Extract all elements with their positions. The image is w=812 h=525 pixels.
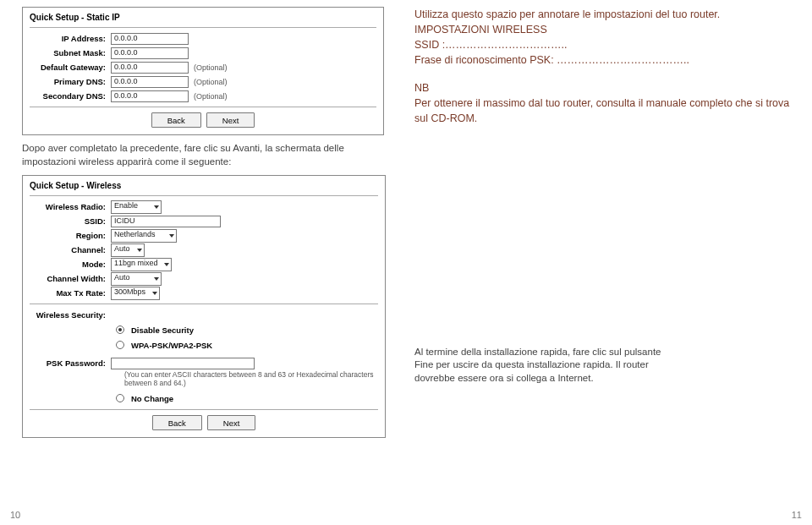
right-column: Utilizza questo spazio per annotare le i… — [399, 0, 812, 525]
dns1-input[interactable]: 0.0.0.0 — [111, 76, 189, 88]
ssid-fill-line: SSID :…………………………….. — [414, 37, 790, 52]
chwidth-select[interactable]: Auto — [111, 272, 162, 286]
next-button[interactable]: Next — [207, 415, 256, 430]
dns2-input[interactable]: 0.0.0.0 — [111, 90, 189, 102]
ssid-label: SSID: — [30, 216, 111, 226]
divider — [30, 27, 376, 28]
divider — [30, 107, 376, 107]
region-label: Region: — [30, 231, 111, 240]
row-chwidth: Channel Width: Auto — [30, 271, 378, 286]
mask-input[interactable]: 0.0.0.0 — [111, 47, 189, 59]
mask-label: Subnet Mask: — [30, 48, 111, 57]
channel-select[interactable]: Auto — [111, 243, 145, 257]
mode-select[interactable]: 11bgn mixed — [111, 258, 172, 271]
next-button[interactable]: Next — [206, 112, 255, 128]
page-number-left: 10 — [10, 510, 20, 520]
radio-disable-label: Disable Security — [131, 325, 194, 335]
row-sec-nochange: No Change — [30, 391, 378, 406]
ssid-input[interactable]: ICIDU — [111, 216, 221, 227]
psk-fill-line: Frase di riconoscimento PSK: ……………………………… — [414, 52, 790, 68]
back-button[interactable]: Back — [152, 415, 202, 430]
page: Quick Setup - Static IP IP Address: 0.0.… — [0, 0, 812, 525]
static-ip-panel: Quick Setup - Static IP IP Address: 0.0.… — [22, 7, 384, 135]
gateway-optional: (Optional) — [194, 63, 228, 72]
row-wireless-radio: Wireless Radio: Enable — [30, 200, 378, 214]
divider — [30, 409, 378, 410]
row-security-label: Wireless Security: — [30, 308, 378, 322]
mode-label: Mode: — [30, 260, 111, 269]
ip-label: IP Address: — [30, 34, 111, 43]
annotate-intro: Utilizza questo spazio per annotare le i… — [414, 7, 790, 22]
row-ip: IP Address: 0.0.0.0 — [30, 31, 376, 46]
wireless-radio-select[interactable]: Enable — [111, 200, 162, 214]
wireless-title: Quick Setup - Wireless — [30, 181, 378, 190]
nb-title: NB — [414, 80, 790, 96]
row-sec-wpa: WPA-PSK/WPA2-PSK — [30, 337, 378, 353]
channel-label: Channel: — [30, 245, 111, 254]
row-ssid: SSID: ICIDU — [30, 214, 378, 228]
divider — [30, 304, 378, 304]
radio-disable-security[interactable] — [116, 325, 124, 334]
psk-input[interactable] — [111, 358, 255, 369]
radio-wpa[interactable] — [116, 341, 124, 349]
nb-block: NB Per ottenere il massimo dal tuo route… — [414, 80, 790, 126]
row-gateway: Default Gateway: 0.0.0.0(Optional) — [30, 60, 376, 74]
dns2-optional: (Optional) — [194, 92, 228, 101]
dns1-label: Primary DNS: — [30, 77, 111, 86]
row-dns2: Secondary DNS: 0.0.0.0(Optional) — [30, 89, 376, 103]
wireless-settings-heading: IMPOSTAZIONI WIRELESS — [414, 22, 790, 37]
page-number-right: 11 — [792, 510, 802, 520]
psk-hint: (You can enter ASCII characters between … — [124, 370, 378, 387]
static-ip-title: Quick Setup - Static IP — [30, 13, 376, 22]
txrate-label: Max Tx Rate: — [30, 288, 111, 298]
wireless-panel: Quick Setup - Wireless Wireless Radio: E… — [22, 175, 386, 438]
row-psk: PSK Password: — [30, 356, 378, 370]
static-button-bar: Back Next — [30, 112, 376, 128]
row-sec-disable: Disable Security — [30, 322, 378, 337]
gateway-input[interactable]: 0.0.0.0 — [111, 62, 189, 74]
paragraph-after-static: Dopo aver completato la precedente, fare… — [22, 142, 384, 168]
ip-input[interactable]: 0.0.0.0 — [111, 33, 189, 45]
divider — [30, 195, 378, 196]
psk-label: PSK Password: — [30, 358, 111, 368]
back-button[interactable]: Back — [151, 112, 201, 128]
left-column: Quick Setup - Static IP IP Address: 0.0.… — [0, 0, 399, 525]
gateway-label: Default Gateway: — [30, 63, 111, 72]
row-txrate: Max Tx Rate: 300Mbps — [30, 286, 378, 300]
wireless-radio-label: Wireless Radio: — [30, 202, 111, 211]
closing-paragraph: Al termine della installazione rapida, f… — [414, 346, 668, 386]
radio-wpa-label: WPA-PSK/WPA2-PSK — [131, 341, 212, 350]
row-mode: Mode: 11bgn mixed — [30, 257, 378, 271]
dns2-label: Secondary DNS: — [30, 91, 111, 101]
radio-nochange-label: No Change — [131, 394, 173, 403]
security-label: Wireless Security: — [30, 310, 111, 320]
dns1-optional: (Optional) — [194, 78, 228, 86]
radio-nochange[interactable] — [116, 394, 124, 402]
txrate-select[interactable]: 300Mbps — [111, 287, 160, 300]
wireless-button-bar: Back Next — [30, 415, 378, 430]
row-mask: Subnet Mask: 0.0.0.0 — [30, 46, 376, 60]
region-select[interactable]: Netherlands — [111, 229, 177, 243]
chwidth-label: Channel Width: — [30, 274, 111, 283]
row-channel: Channel: Auto — [30, 243, 378, 257]
row-region: Region: Netherlands — [30, 228, 378, 243]
nb-body: Per ottenere il massimo dal tuo router, … — [414, 96, 790, 126]
row-dns1: Primary DNS: 0.0.0.0(Optional) — [30, 74, 376, 89]
